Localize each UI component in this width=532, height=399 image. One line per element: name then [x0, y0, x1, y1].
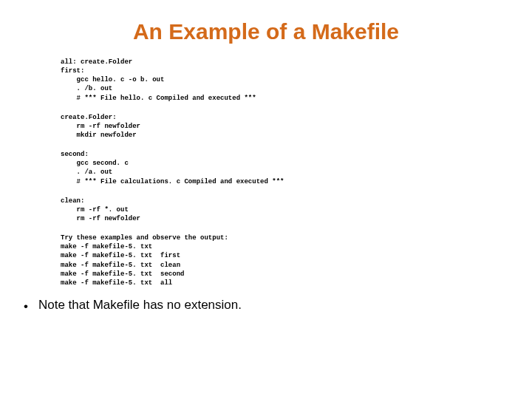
note-text: Note that Makefile has no extension.: [38, 298, 242, 313]
makefile-block-examples: Try these examples and observe the outpu…: [61, 233, 532, 287]
makefile-block-createfolder: create.Folder: rm -rf newfolder mkdir ne…: [61, 113, 532, 140]
slide-title: An Example of a Makefile: [0, 0, 532, 58]
makefile-block-clean: clean: rm -rf *. out rm -rf newfolder: [61, 197, 532, 223]
note-row: • Note that Makefile has no extension.: [24, 298, 532, 314]
makefile-block-all-first: all: create.Folder first: gcc hello. c -…: [61, 58, 532, 103]
makefile-block-second: second: gcc second. c . /a. out # *** Fi…: [61, 150, 532, 186]
bullet-icon: •: [24, 299, 28, 314]
